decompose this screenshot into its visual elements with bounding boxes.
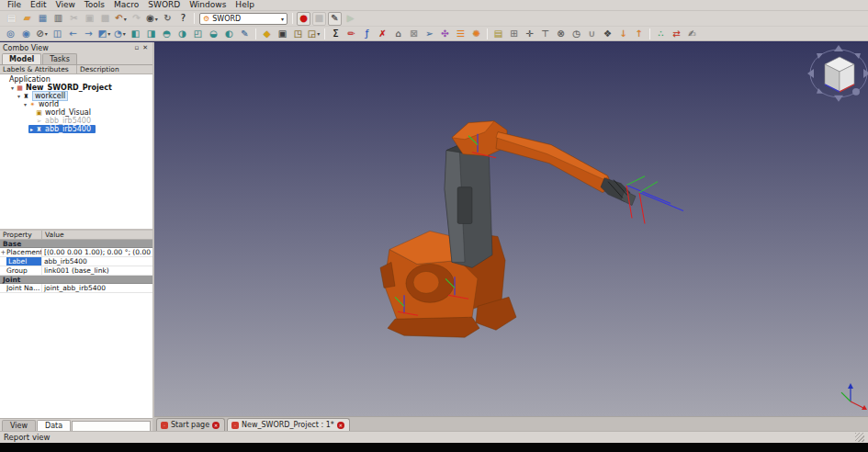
property-expander-icon[interactable]: +	[0, 248, 6, 256]
open-folder-button[interactable]: ▰	[20, 12, 34, 26]
tab-tasks[interactable]: Tasks	[42, 53, 76, 64]
property-column-header[interactable]: Property	[0, 231, 42, 239]
tab-view[interactable]: View	[2, 420, 36, 431]
value-column-header[interactable]: Value	[42, 231, 152, 239]
float-panel-icon[interactable]: ▫	[132, 44, 141, 51]
pointer-tool-button[interactable]: ➢	[423, 27, 436, 40]
document-tab-new-sword-project-1-[interactable]: ◦New_SWORD_Project : 1*✕	[227, 418, 350, 431]
macro-record-button[interactable]: ●	[297, 12, 310, 26]
expander-open-icon[interactable]: ▾	[16, 93, 22, 99]
tree-item-world-visual[interactable]: ▣world_Visual	[28, 108, 96, 117]
view-front-button[interactable]: ◨	[144, 27, 158, 40]
gear-tool-button[interactable]: ✺	[469, 27, 483, 40]
wave-tool-button[interactable]: ∪	[585, 27, 599, 40]
close-panel-icon[interactable]: ✕	[141, 44, 150, 51]
menu-tools[interactable]: Tools	[80, 0, 109, 10]
workbench-selector[interactable]: ⚙SWORD▾	[199, 13, 287, 25]
hand-tool-button[interactable]: ✍	[685, 27, 699, 40]
sword-export-tool-button[interactable]: ◳	[291, 27, 305, 40]
expander-open-icon[interactable]: ▾	[9, 85, 16, 91]
list-tool-button[interactable]: ☰	[454, 27, 468, 40]
column-labels-attributes[interactable]: Labels & Attributes	[0, 65, 77, 73]
3d-viewport[interactable]	[154, 42, 868, 416]
whats-this-button[interactable]: ?	[176, 12, 190, 26]
resize-grip[interactable]	[855, 433, 864, 442]
document-tab-start-page[interactable]: ◦Start page✕	[156, 418, 225, 431]
tree-item-application[interactable]: Application	[3, 75, 55, 84]
property-value[interactable]: abb_irb5400	[42, 257, 152, 266]
zoom-button[interactable]: ◔▾	[113, 27, 127, 40]
menu-file[interactable]: File	[3, 0, 26, 10]
delete-tool-button[interactable]: ✗	[376, 27, 389, 40]
view-right-button[interactable]: ◑	[175, 27, 189, 40]
measure-button[interactable]: ✎	[238, 27, 252, 40]
property-value[interactable]: joint_abb_irb5400	[42, 284, 152, 292]
sigma-tool-button[interactable]: Σ	[329, 27, 343, 40]
tree-item-abb-irb5400[interactable]: ▸♜abb_irb5400	[28, 125, 96, 133]
star-tool-button[interactable]: ✣	[438, 27, 452, 40]
robot-base[interactable]	[380, 231, 516, 337]
red-pen-tool-button[interactable]: ✏	[344, 27, 358, 40]
bounding-box-button[interactable]: ◫	[51, 27, 64, 40]
column-description[interactable]: Description	[77, 65, 152, 73]
view-rear-button[interactable]: ◰	[191, 27, 205, 40]
robot-lower-arm[interactable]	[445, 140, 492, 268]
menu-view[interactable]: View	[51, 0, 80, 10]
circle-x-tool-button[interactable]: ⊗	[554, 27, 568, 40]
property-row-label[interactable]: Labelabb_irb5400	[0, 257, 152, 266]
level-tool-button[interactable]: ⊤	[538, 27, 552, 40]
tab-data[interactable]: Data	[37, 420, 71, 431]
tree-item-world[interactable]: ▾✴world	[22, 100, 63, 108]
expander-closed-icon[interactable]: ▸	[28, 126, 35, 132]
fit-all-button[interactable]: ◉	[19, 27, 33, 40]
view-axonometric-button[interactable]: ◧	[129, 27, 142, 40]
property-value[interactable]: [(0.00 0.00 1.00); 0.00 °; (0.00 mm 0.00…	[42, 248, 152, 256]
link-tool-button[interactable]: ⇄	[670, 27, 683, 40]
expander-open-icon[interactable]: ▾	[22, 101, 28, 107]
close-tab-icon[interactable]: ✕	[337, 422, 344, 429]
view-left-button[interactable]: ◐	[222, 27, 236, 40]
menu-help[interactable]: Help	[231, 0, 259, 10]
property-row-joint-na-[interactable]: Joint Na...joint_abb_irb5400	[0, 284, 152, 293]
menu-windows[interactable]: Windows	[185, 0, 231, 10]
navigation-cube[interactable]	[807, 45, 868, 102]
close-tab-icon[interactable]: ✕	[212, 422, 220, 429]
undo-button[interactable]: ↶▾	[114, 12, 128, 26]
tab-model[interactable]: Model	[2, 53, 41, 64]
new-document-button[interactable]: ▤	[5, 12, 18, 26]
transform-tool-button[interactable]: ⊞	[507, 27, 521, 40]
fit-selection-button[interactable]: ◎	[4, 27, 17, 40]
nav-back-button[interactable]: ←	[66, 27, 80, 40]
menu-macro[interactable]: Macro	[109, 0, 143, 10]
macro-edit-button[interactable]: ✎	[328, 12, 342, 26]
menu-edit[interactable]: Edit	[26, 0, 51, 10]
refresh-button[interactable]: ↻	[161, 12, 175, 26]
save-button[interactable]: ▦	[36, 12, 50, 26]
property-row-placement[interactable]: +Placement[(0.00 0.00 1.00); 0.00 °; (0.…	[0, 248, 152, 257]
view-top-button[interactable]: ◓	[160, 27, 174, 40]
graph-tool-button[interactable]: ∴	[654, 27, 668, 40]
tree-item-abb-irb5400[interactable]: ➢abb_irb5400	[28, 117, 96, 125]
view-bottom-button[interactable]: ◒	[207, 27, 220, 40]
sword-monitor-tool-button[interactable]: ▣	[276, 27, 289, 40]
property-row-group[interactable]: Grouplink001 (base_link)	[0, 266, 152, 276]
sword-export-alt-tool-button[interactable]: ◲▾	[307, 27, 321, 40]
grab-tool-button[interactable]: ❖	[601, 27, 614, 40]
clear-tool-button[interactable]: ⊠	[407, 27, 421, 40]
crosshair-tool-button[interactable]: ✛	[523, 27, 536, 40]
robot-wrist[interactable]	[601, 178, 636, 206]
draw-style-button[interactable]: ⊘▾	[35, 27, 49, 40]
function-tool-button[interactable]: ƒ	[360, 27, 374, 40]
nav-forward-button[interactable]: →	[82, 27, 96, 40]
arrow-down-tool-button[interactable]: ↓	[616, 27, 630, 40]
clock-tool-button[interactable]: ◷	[569, 27, 583, 40]
linked-view-button[interactable]: ◩▾	[97, 27, 111, 40]
document-tool-button[interactable]: ▤	[491, 27, 505, 40]
arrow-up-tool-button[interactable]: ↑	[632, 27, 646, 40]
tree-item-workcell[interactable]: ▾♜workcell	[16, 92, 73, 100]
home-tool-button[interactable]: ⌂	[391, 27, 405, 40]
print-button[interactable]: ▥	[51, 12, 65, 26]
sword-yellow-tool-button[interactable]: ◆	[260, 27, 274, 40]
property-value[interactable]: link001 (base_link)	[42, 266, 152, 275]
menu-sword[interactable]: SWORD	[143, 0, 185, 10]
